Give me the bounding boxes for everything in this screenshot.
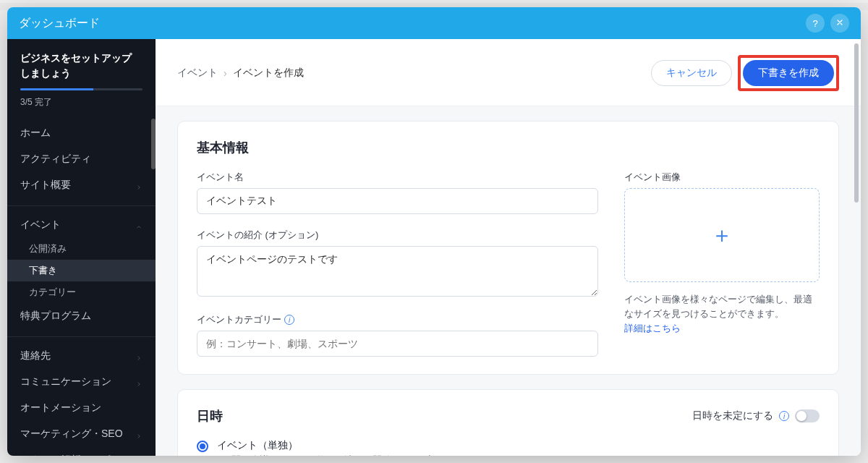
chevron-right-icon	[135, 352, 142, 360]
sidebar-item-marketing-seo[interactable]: マーケティング・SEO	[7, 421, 156, 447]
event-type-single-radio[interactable]: イベント（単独） 3日間の会議のように、数日に渡って開催される1度のイベント。	[197, 439, 820, 456]
event-name-input[interactable]	[197, 188, 598, 214]
radio-single-title: イベント（単独）	[217, 439, 490, 452]
sidebar-item-site-overview[interactable]: サイト概要	[7, 172, 156, 198]
dashboard-overlay: ダッシュボード ? ビジネスをセットアップ しましょう 3/5 完了	[7, 7, 861, 456]
main-panel: イベント › イベントを作成 キャンセル 下書きを作成 基本情報 イベ	[156, 39, 861, 456]
breadcrumb-root[interactable]: イベント	[177, 67, 218, 80]
create-draft-button[interactable]: 下書きを作成	[743, 60, 834, 86]
chevron-up-icon	[135, 221, 142, 229]
setup-progress-block[interactable]: ビジネスをセットアップ しましょう 3/5 完了	[7, 39, 156, 116]
chevron-right-icon	[135, 378, 142, 386]
event-category-input[interactable]	[197, 331, 598, 357]
info-icon[interactable]: i	[284, 315, 294, 325]
overlay-title: ダッシュボード	[19, 16, 800, 31]
sidebar: ビジネスをセットアップ しましょう 3/5 完了 ホーム アクティビティ サイト…	[7, 39, 156, 456]
setup-progress-bar	[20, 88, 142, 90]
event-image-dropzone[interactable]: ＋	[624, 188, 820, 282]
event-intro-textarea[interactable]	[197, 246, 598, 297]
tbd-toggle[interactable]	[795, 409, 820, 422]
annotation-highlight: 下書きを作成	[738, 55, 839, 91]
tbd-label: 日時を未定にする	[692, 409, 773, 422]
overlay-titlebar: ダッシュボード ?	[7, 7, 861, 39]
radio-icon	[197, 441, 208, 452]
chevron-right-icon	[135, 430, 142, 438]
radio-single-desc: 3日間の会議のように、数日に渡って開催される1度のイベント。	[217, 454, 490, 456]
close-button[interactable]	[830, 14, 849, 33]
event-name-label: イベント名	[197, 171, 598, 184]
sidebar-item-contacts[interactable]: 連絡先	[7, 343, 156, 369]
chevron-right-icon	[135, 182, 142, 189]
help-button[interactable]: ?	[806, 14, 825, 33]
main-scrollbar[interactable]	[854, 43, 859, 203]
cancel-button[interactable]: キャンセル	[651, 60, 732, 86]
setup-title: ビジネスをセットアップ しましょう	[20, 51, 142, 81]
page-header: イベント › イベントを作成 キャンセル 下書きを作成	[156, 39, 861, 106]
breadcrumb: イベント › イベントを作成	[177, 67, 651, 80]
breadcrumb-current: イベントを作成	[233, 67, 304, 80]
close-icon	[835, 18, 844, 29]
datetime-title: 日時	[197, 407, 223, 425]
setup-progress-fill	[20, 88, 93, 90]
event-image-label: イベント画像	[624, 171, 820, 184]
sidebar-item-home[interactable]: ホーム	[7, 120, 156, 146]
basic-info-card: 基本情報 イベント名 イベントの紹介 (オプション)	[177, 121, 839, 375]
sidebar-item-analytics-report[interactable]: アクセス解析・レポート	[7, 447, 156, 456]
setup-progress-text: 3/5 完了	[20, 96, 142, 109]
event-category-label: イベントカテゴリー i	[197, 313, 598, 326]
sidebar-sub-published[interactable]: 公開済み	[7, 238, 156, 260]
sidebar-sub-categories[interactable]: カテゴリー	[7, 281, 156, 303]
event-image-help: イベント画像を様々なページで編集し、最適なサイズを見つけることができます。 詳細…	[624, 292, 820, 336]
basic-info-title: 基本情報	[197, 139, 820, 156]
sidebar-item-automation[interactable]: オートメーション	[7, 395, 156, 421]
sidebar-item-communication[interactable]: コミュニケーション	[7, 369, 156, 395]
sidebar-item-events[interactable]: イベント	[7, 212, 156, 238]
datetime-card: 日時 日時を未定にする i イベント（単独） 3日間	[177, 389, 839, 456]
sidebar-item-rewards[interactable]: 特典プログラム	[7, 303, 156, 329]
chevron-right-icon: ›	[224, 67, 227, 79]
sidebar-item-activity[interactable]: アクティビティ	[7, 146, 156, 172]
info-icon[interactable]: i	[779, 411, 789, 421]
plus-icon: ＋	[711, 221, 733, 250]
sidebar-sub-drafts[interactable]: 下書き	[7, 260, 156, 281]
event-intro-label: イベントの紹介 (オプション)	[197, 229, 598, 242]
image-help-link[interactable]: 詳細はこちら	[624, 323, 681, 334]
